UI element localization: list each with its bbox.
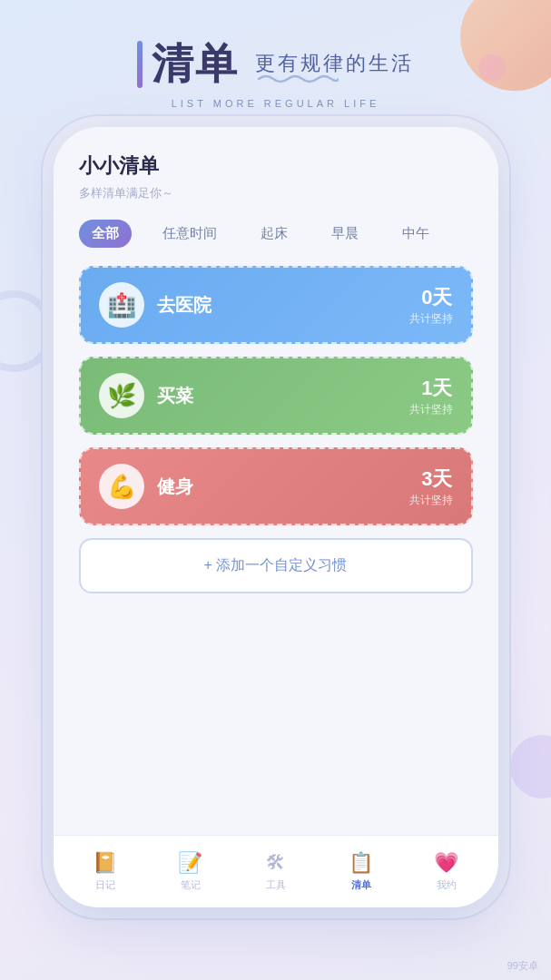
filter-tabs: 全部 任意时间 起床 早晨 中午	[79, 220, 473, 248]
habit-icon-fitness: 💪	[99, 464, 144, 509]
habit-card-hospital[interactable]: 🏥 去医院 0天 共计坚持	[79, 266, 473, 344]
tab-all[interactable]: 全部	[79, 220, 132, 248]
header-title-row: 清单 更有规律的生活	[27, 36, 524, 93]
habit-name-hospital: 去医院	[157, 293, 212, 318]
nav-item-notes[interactable]: 📝 笔记	[148, 851, 233, 892]
habit-days-label-hospital: 共计坚持	[409, 311, 453, 327]
appointment-icon: 💗	[434, 851, 458, 875]
add-habit-button[interactable]: + 添加一个自定义习惯	[79, 538, 473, 593]
nav-label-tools: 工具	[266, 878, 286, 892]
tab-anytime[interactable]: 任意时间	[150, 220, 230, 248]
habit-card-left-fitness: 💪 健身	[99, 464, 193, 509]
habit-card-grocery[interactable]: 🌿 买菜 1天 共计坚持	[79, 357, 473, 435]
header-accent-bar	[137, 41, 143, 88]
tab-wakeup[interactable]: 起床	[248, 220, 300, 248]
nav-label-notes: 笔记	[181, 878, 201, 892]
phone-screen: 小小清单 多样清单满足你～ 全部 任意时间 起床 早晨 中午 🏥 去医院 0天 …	[54, 127, 498, 907]
habit-name-fitness: 健身	[157, 475, 193, 499]
habit-card-fitness[interactable]: 💪 健身 3天 共计坚持	[79, 447, 473, 525]
habit-card-right-grocery: 1天 共计坚持	[409, 375, 453, 417]
header-subtitle-en: LIST MORE REGULAR LIFE	[27, 98, 524, 109]
header-main-title: 清单	[152, 36, 239, 93]
header: 清单 更有规律的生活 LIST MORE REGULAR LIFE	[0, 0, 551, 127]
habit-icon-grocery: 🌿	[99, 373, 144, 418]
habit-days-grocery: 1天	[409, 375, 453, 402]
nav-item-appointment[interactable]: 💗 我约	[404, 851, 489, 892]
watermark: 99安卓	[507, 959, 538, 973]
habit-days-label-fitness: 共计坚持	[409, 493, 453, 508]
app-subtitle: 多样清单满足你～	[79, 185, 473, 201]
diary-icon: 📔	[93, 851, 117, 875]
phone-mockup: 小小清单 多样清单满足你～ 全部 任意时间 起床 早晨 中午 🏥 去医院 0天 …	[54, 127, 498, 907]
habit-days-fitness: 3天	[409, 466, 453, 493]
app-content: 小小清单 多样清单满足你～ 全部 任意时间 起床 早晨 中午 🏥 去医院 0天 …	[54, 127, 498, 835]
habit-card-right-fitness: 3天 共计坚持	[409, 466, 453, 508]
nav-item-diary[interactable]: 📔 日记	[63, 851, 148, 892]
habit-card-right-hospital: 0天 共计坚持	[409, 284, 453, 327]
habit-card-left-hospital: 🏥 去医院	[99, 282, 212, 328]
list-icon: 📋	[349, 851, 373, 875]
nav-label-appointment: 我约	[437, 878, 457, 892]
wavy-decoration	[257, 72, 339, 84]
habit-days-hospital: 0天	[409, 284, 453, 311]
nav-label-diary: 日记	[95, 878, 115, 892]
habit-icon-hospital: 🏥	[99, 282, 144, 328]
bottom-nav: 📔 日记 📝 笔记 🛠 工具 📋 清单 💗 我约	[54, 835, 498, 907]
nav-label-list: 清单	[351, 878, 371, 892]
bg-decoration-circle-right	[510, 735, 551, 799]
habit-days-label-grocery: 共计坚持	[409, 402, 453, 417]
bg-decoration-circle-left	[0, 290, 54, 372]
nav-item-tools[interactable]: 🛠 工具	[233, 851, 319, 892]
tab-noon[interactable]: 中午	[389, 220, 442, 248]
tools-icon: 🛠	[266, 851, 286, 875]
tab-morning[interactable]: 早晨	[319, 220, 371, 248]
notes-icon: 📝	[178, 851, 202, 875]
habit-card-left-grocery: 🌿 买菜	[99, 373, 193, 418]
habit-name-grocery: 买菜	[157, 384, 193, 408]
nav-item-list[interactable]: 📋 清单	[319, 851, 404, 892]
app-title: 小小清单	[79, 152, 473, 180]
